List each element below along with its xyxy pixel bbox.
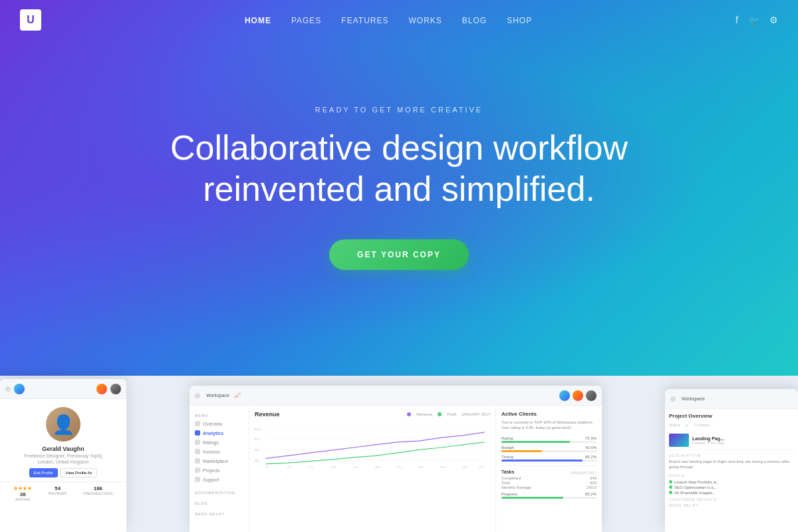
analytics-header: Revenue Revenue Profit JANUARY 2017 — [255, 411, 490, 418]
analytics-icon — [195, 430, 200, 436]
blog-section-label: BLOG — [190, 499, 249, 507]
help-section-label: NEED HELP? — [190, 509, 249, 517]
analytics-topbar: Workspace 📈 — [190, 386, 602, 406]
star-rating: ★★★★ — [13, 485, 32, 491]
progress-fill — [501, 497, 563, 499]
analytics-card: Workspace 📈 MENU Overview Analytics — [190, 386, 602, 532]
menu-analytics[interactable]: Analytics — [190, 428, 249, 438]
profile-topbar — [0, 379, 126, 399]
project-info: Landing Pag... Posted: 4 min ago — [692, 436, 794, 445]
project-thumbnail — [669, 434, 689, 447]
settings-icon[interactable]: ⚙ — [769, 15, 778, 25]
project-topbar-dot — [670, 396, 676, 402]
svg-text:29.1: 29.1 — [463, 466, 467, 469]
metric-rating-label: Rating 72.3% — [501, 436, 597, 440]
topbar-avatar2 — [96, 384, 107, 394]
project-workspace-label: Workspace — [682, 396, 705, 401]
svg-text:9.1: 9.1 — [309, 466, 313, 469]
nav-blog[interactable]: BLOG — [462, 16, 487, 25]
tasks-section: Tasks JANUARY 2017 Completed 240 Total 5… — [501, 466, 597, 499]
metric-timing-label: Timing 85.2% — [501, 455, 597, 459]
stat-gigs-label: FINISHED GIGS — [83, 491, 113, 495]
project-posted: Posted: 4 min ago — [692, 441, 794, 445]
menu-projects[interactable]: Projects — [190, 466, 249, 475]
goal-dot-1 — [669, 480, 672, 483]
topbar-dot1 — [5, 386, 11, 392]
profile-buttons: Edit Profile View Profile As — [0, 468, 126, 477]
topbar-dot — [195, 393, 200, 398]
logo[interactable]: U — [20, 9, 41, 31]
support-icon — [195, 477, 200, 482]
nav-pages[interactable]: PAGES — [291, 16, 321, 25]
project-overview-title: Project Overview — [669, 413, 794, 419]
stat-reviews-label: REVIEWS — [49, 491, 67, 495]
navbar: U HOME PAGES FEATURES WORKS BLOG SHOP f … — [0, 0, 798, 40]
stat-reviews-num: 54 — [49, 485, 67, 491]
menu-ratings[interactable]: Ratings — [190, 438, 249, 447]
view-profile-button[interactable]: View Profile As — [61, 468, 98, 477]
analytics-sidebar: MENU Overview Analytics Ratings Invoices — [190, 406, 249, 532]
projects-icon — [195, 467, 200, 473]
svg-text:$50: $50 — [255, 448, 260, 452]
previews-section: Gerald Vaughn Freelance Designer, Previo… — [0, 376, 798, 532]
project-content: Project Overview Status ✓ Contract Landi… — [665, 409, 798, 513]
topbar-avatar3 — [110, 384, 121, 394]
goal-dot-3 — [669, 491, 672, 494]
twitter-icon[interactable]: 🐦 — [748, 15, 759, 25]
revenue-title: Revenue — [255, 411, 280, 418]
customer-section-label: CUSTOMER DETAILS — [669, 497, 794, 501]
edit-profile-button[interactable]: Edit Profile — [29, 468, 58, 477]
svg-text:4.1: 4.1 — [265, 466, 269, 469]
tasks-date: JANUARY 2017 — [571, 471, 597, 475]
profile-name: Gerald Vaughn — [0, 446, 126, 452]
description-text: Brand new landing page fo Right now they… — [669, 459, 794, 470]
project-goals: Launch New Portfolio w... SEO Optimizati… — [669, 480, 794, 495]
nav-shop[interactable]: SHOP — [507, 16, 532, 25]
analytics-main: Revenue Revenue Profit JANUARY 2017 $100… — [249, 406, 495, 532]
svg-text:21.1: 21.1 — [397, 466, 402, 469]
analytics-right-panel: Active Clients You're currently in TOP 1… — [495, 406, 602, 532]
goal-3: All Shareable Images... — [669, 491, 794, 495]
goals-section-label: GOALS — [669, 473, 794, 477]
facebook-icon[interactable]: f — [735, 15, 738, 25]
svg-text:15.1: 15.1 — [353, 466, 358, 469]
goal-1: Launch New Portfolio w... — [669, 480, 794, 484]
profile-location: London, United Kingdom — [0, 460, 126, 464]
profile-card: Gerald Vaughn Freelance Designer, Previo… — [0, 379, 126, 532]
nav-features[interactable]: FEATURES — [341, 16, 388, 25]
svg-text:12.1: 12.1 — [331, 466, 336, 469]
get-copy-button[interactable]: GET YOUR COPY — [329, 239, 469, 270]
menu-marketplace[interactable]: Marketplace — [190, 456, 249, 466]
analytics-layout: MENU Overview Analytics Ratings Invoices — [190, 406, 602, 532]
task-completed: Completed 240 — [501, 476, 597, 480]
stat-rating-label: RATING — [13, 497, 32, 501]
avatar — [46, 407, 80, 442]
legend-revenue: Revenue — [416, 412, 432, 416]
svg-text:6.1: 6.1 — [287, 466, 291, 469]
project-card: Workspace Project Overview Status ✓ Cont… — [665, 389, 798, 532]
menu-invoices[interactable]: Invoices — [190, 447, 249, 456]
project-topbar: Workspace — [665, 389, 798, 409]
svg-text:23.1: 23.1 — [419, 466, 424, 469]
overview-icon — [195, 421, 200, 426]
nav-home[interactable]: HOME — [245, 16, 271, 25]
progress-row: Progress 65.2% — [501, 492, 597, 499]
menu-overview[interactable]: Overview — [190, 419, 249, 428]
stat-reviews: 54 REVIEWS — [49, 485, 67, 501]
svg-text:31.1: 31.1 — [479, 466, 484, 469]
analytics-avatar2 — [573, 390, 583, 401]
menu-support[interactable]: Support — [190, 475, 249, 484]
revenue-chart: $100 $75 $50 $25 4.1 6.1 9.1 — [255, 421, 490, 474]
metric-budget-bar — [501, 450, 597, 452]
metric-budget-fill — [501, 450, 542, 452]
doc-section-label: DOCUMENTATION — [190, 488, 249, 496]
nav-works[interactable]: WORKS — [408, 16, 442, 25]
progress-bar — [501, 497, 597, 499]
metric-rating: Rating 72.3% — [501, 436, 597, 443]
profit-dot — [438, 412, 442, 416]
chart-legend: Revenue Profit JANUARY 2017 — [407, 412, 490, 416]
goal-dot-2 — [669, 485, 672, 489]
stat-rating-num: 38 — [13, 491, 32, 497]
project-status-row: Status ✓ Contract — [669, 423, 794, 428]
invoices-icon — [195, 449, 200, 454]
